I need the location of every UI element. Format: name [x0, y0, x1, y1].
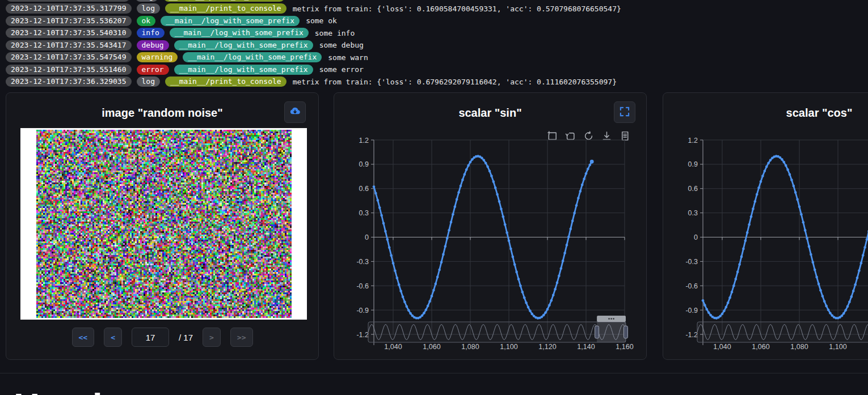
- log-prefix-badge: __main__/print_to_console: [163, 0, 285, 2]
- fullscreen-icon: [619, 106, 630, 119]
- log-level-badge: ok: [137, 16, 156, 26]
- log-prefix-badge: __main__/print_to_console: [165, 3, 286, 14]
- svg-text:0.9: 0.9: [359, 160, 369, 168]
- log-level-badge: info: [137, 28, 165, 38]
- log-timestamp-badge: 2023-12-10T17:37:35.551460: [6, 65, 132, 75]
- log-message: some debug: [319, 41, 364, 49]
- log-prefix-badge: __main__/log_with_some_prefix: [170, 28, 309, 38]
- log-message: some warn: [328, 53, 368, 62]
- cos-card-title: scalar "cos": [663, 107, 868, 120]
- log-row: 2023-12-10T17:37:36.329035log__main__/pr…: [6, 76, 868, 88]
- log-timestamp-badge: [6, 0, 130, 2]
- log-level-badge: log: [135, 0, 158, 2]
- last-page-button[interactable]: >>: [230, 328, 253, 347]
- svg-text:0.3: 0.3: [359, 209, 369, 217]
- log-row: 2023-12-10T17:37:35.536207ok__main__/log…: [6, 15, 868, 27]
- svg-text:1,100: 1,100: [829, 343, 846, 351]
- cloud-download-icon: [289, 105, 301, 120]
- svg-text:-0.9: -0.9: [356, 307, 369, 315]
- svg-text:-1.2: -1.2: [685, 331, 698, 339]
- log-row: 2023-12-10T17:37:35.551460error__main__/…: [6, 63, 868, 76]
- log-timestamp-badge: 2023-12-10T17:37:35.540310: [6, 28, 132, 38]
- svg-text:1,140: 1,140: [577, 343, 595, 351]
- svg-text:1,080: 1,080: [790, 343, 808, 351]
- cos-chart-plot[interactable]: 1.20.90.60.30-0.3-0.6-0.9-1.21,0401,0601…: [663, 127, 868, 356]
- log-message: metrix from train: {'loss': 0.1690584700…: [293, 5, 621, 13]
- log-timestamp-badge: 2023-12-10T17:37:35.317799: [6, 3, 132, 14]
- svg-text:1,040: 1,040: [384, 343, 402, 351]
- log-message: some ok: [306, 16, 337, 25]
- svg-text:1,040: 1,040: [713, 343, 731, 351]
- log-level-badge: log: [137, 3, 160, 14]
- sin-card-title: scalar "sin": [334, 107, 646, 120]
- image-card: image "random noise" << < / 17 > >>: [6, 92, 319, 360]
- scalar-sin-card: scalar "sin" 1.20.90.60.30-0.3-0.6-0.9-1…: [334, 92, 647, 360]
- log-level-badge: debug: [137, 40, 169, 50]
- svg-text:1,120: 1,120: [538, 343, 556, 351]
- svg-text:0: 0: [365, 233, 369, 241]
- log-prefix-badge: __main__/log_with_some_prefix: [161, 16, 300, 26]
- log-message: some info: [315, 29, 355, 37]
- svg-text:1,060: 1,060: [752, 343, 769, 351]
- sin-chart-plot[interactable]: 1.20.90.60.30-0.3-0.6-0.9-1.21,0401,0601…: [334, 127, 647, 356]
- log-timestamp-badge: 2023-12-10T17:37:35.536207: [6, 16, 132, 26]
- svg-text:0.6: 0.6: [359, 185, 369, 193]
- svg-text:-0.9: -0.9: [685, 307, 698, 315]
- noise-image: [20, 128, 307, 320]
- image-card-title: image "random noise": [6, 107, 318, 120]
- svg-text:0: 0: [694, 233, 698, 241]
- page-total-label: / 17: [179, 333, 193, 342]
- next-page-button[interactable]: >: [203, 328, 221, 347]
- svg-text:1.2: 1.2: [688, 137, 698, 145]
- fullscreen-button[interactable]: [614, 101, 635, 123]
- log-row: 2023-12-10T17:37:35.317799log__main__/pr…: [6, 3, 868, 15]
- svg-text:0.3: 0.3: [688, 209, 698, 217]
- log-level-badge: warning: [137, 52, 178, 62]
- log-message: metrix from train: {'loss': 0.6796292079…: [293, 78, 617, 86]
- page-number-input[interactable]: [132, 328, 169, 347]
- log-prefix-badge: __main__/log_with_some_prefix: [174, 40, 313, 50]
- svg-text:1,060: 1,060: [423, 343, 440, 351]
- random-noise-canvas: [36, 130, 292, 318]
- prev-page-button[interactable]: <: [104, 328, 122, 347]
- log-row: 2023-12-10T17:37:35.547549warning__main_…: [6, 52, 868, 64]
- datazoom-slider: [697, 322, 868, 342]
- download-button[interactable]: [284, 101, 306, 123]
- svg-text:1,100: 1,100: [500, 343, 517, 351]
- log-level-badge: log: [137, 77, 160, 87]
- first-page-button[interactable]: <<: [72, 328, 95, 347]
- svg-text:0.6: 0.6: [688, 185, 698, 193]
- svg-text:1.2: 1.2: [359, 137, 369, 145]
- log-row: 2023-12-10T17:37:35.540310info__main__/l…: [6, 27, 868, 40]
- log-timestamp-badge: 2023-12-10T17:37:36.329035: [6, 77, 132, 87]
- svg-text:-0.3: -0.3: [685, 258, 698, 266]
- svg-text:-0.6: -0.6: [356, 282, 369, 290]
- svg-text:1,160: 1,160: [616, 343, 633, 351]
- svg-text:-0.3: -0.3: [356, 258, 369, 266]
- next-section-heading: Header: [14, 389, 137, 395]
- section-divider: [0, 373, 868, 373]
- log-prefix-badge: __main__/log_with_some_prefix: [183, 52, 322, 62]
- image-pagination: << < / 17 > >>: [6, 328, 318, 347]
- log-prefix-badge: __main__/print_to_console: [165, 77, 286, 87]
- datazoom-right-handle: [624, 326, 628, 338]
- log-level-badge: error: [137, 65, 169, 75]
- svg-text:1,080: 1,080: [461, 343, 479, 351]
- svg-text:-1.2: -1.2: [356, 331, 369, 339]
- log-timestamp-badge: 2023-12-10T17:37:35.543417: [6, 40, 132, 50]
- log-message: some error: [319, 65, 364, 74]
- log-prefix-badge: __main__/log_with_some_prefix: [174, 65, 313, 75]
- log-timestamp-badge: 2023-12-10T17:37:35.547549: [6, 52, 132, 62]
- svg-text:-0.6: -0.6: [685, 282, 698, 290]
- scalar-cos-card: scalar "cos" 1.20.90.60.30-0.3-0.6-0.9-1…: [663, 92, 868, 360]
- datazoom-left-handle: [595, 326, 599, 338]
- svg-text:0.9: 0.9: [688, 160, 698, 168]
- log-row: 2023-12-10T17:37:35.543417debug__main__/…: [6, 39, 868, 52]
- log-console: log__main__/print_to_console2023-12-10T1…: [0, 0, 868, 88]
